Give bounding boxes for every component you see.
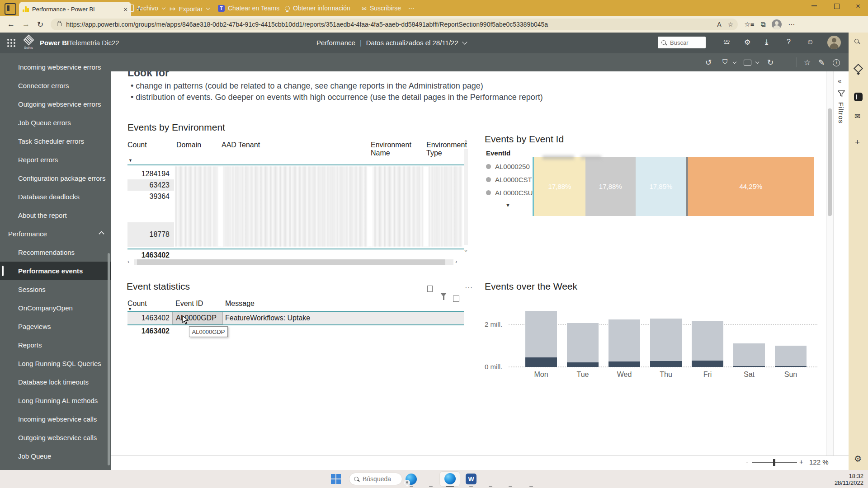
sidebar-item-about-the-report[interactable]: About the report xyxy=(0,206,111,225)
edge-sidebar-outlook-icon[interactable]: ✉ xyxy=(854,112,860,121)
sort-descending-icon[interactable]: ▼ xyxy=(128,158,132,163)
settings-gear-icon[interactable]: ⚙ xyxy=(744,38,750,47)
sidebar-item-connector-errors[interactable]: Connector errors xyxy=(0,76,111,95)
sidebar-item-job-queue[interactable]: Job Queue xyxy=(0,447,111,465)
week-bar-light-tue[interactable] xyxy=(567,323,599,362)
week-bar-dark-wed[interactable] xyxy=(609,361,640,367)
edge-sidebar-add-icon[interactable]: + xyxy=(855,137,860,147)
windows-start-icon[interactable] xyxy=(331,474,341,484)
table-row-count[interactable]: 39364 xyxy=(127,191,174,202)
week-bar-light-wed[interactable] xyxy=(609,319,640,361)
week-bar-dark-thu[interactable] xyxy=(650,361,682,367)
chevron-down-icon[interactable] xyxy=(462,39,467,44)
export-menu[interactable]: ↦ Exportar xyxy=(170,5,209,13)
horizontal-scrollbar[interactable] xyxy=(134,259,453,265)
taskbar-edge-profile-icon[interactable] xyxy=(406,474,417,485)
sidebar-item-report-errors[interactable]: Report errors xyxy=(0,150,111,169)
week-bar-dark-fri[interactable] xyxy=(692,361,723,367)
chat-in-teams-button[interactable]: T Chatear en Teams xyxy=(218,5,279,12)
report-page-scrollbar-thumb[interactable] xyxy=(828,108,832,216)
bar-segment-17-88-[interactable]: 17,88% xyxy=(534,157,585,216)
subscribe-button[interactable]: ✉ Suscribirse xyxy=(362,5,401,12)
browser-profile-avatar[interactable] xyxy=(772,19,782,29)
sidebar-item-performance-events[interactable]: Performance events xyxy=(0,262,111,280)
back-icon[interactable]: ← xyxy=(7,20,15,29)
refresh-icon[interactable]: ↻ xyxy=(37,20,43,29)
search-input[interactable] xyxy=(669,39,698,47)
filters-pane-collapsed[interactable]: « Filtros xyxy=(833,71,849,455)
sidebar-item-incoming-webservice-calls[interactable]: Incoming webservice calls xyxy=(0,410,111,428)
sidebar-item-long-running-al-methods[interactable]: Long Running AL methods xyxy=(0,391,111,410)
week-bar-dark-sat[interactable] xyxy=(733,366,765,367)
window-maximize-icon[interactable] xyxy=(834,4,840,9)
download-icon[interactable]: ⤓ xyxy=(765,38,768,46)
bar-segment-17-85-[interactable]: 17,85% xyxy=(636,157,687,216)
scroll-up-icon[interactable]: ⌃ xyxy=(463,141,468,145)
table-row[interactable]: 1463402 AL0000GDP FeatureWorkflows: Upta… xyxy=(127,312,464,324)
table-row-count[interactable]: 63423 xyxy=(127,179,174,191)
favorite-star-icon[interactable]: ☆ xyxy=(804,58,811,67)
sidebar-item-long-running-sql-queries[interactable]: Long Running SQL Queries xyxy=(0,354,111,373)
week-bar-dark-sun[interactable] xyxy=(775,366,807,367)
waffle-menu-icon[interactable] xyxy=(7,39,9,41)
scroll-left-icon[interactable]: ‹ xyxy=(127,259,129,264)
report-header-center[interactable]: Performance | Datos actualizados el 28/1… xyxy=(316,39,467,47)
column-header-aad-tenant[interactable]: AAD Tenant xyxy=(222,141,260,149)
toolbar-more-icon[interactable]: ⋯ xyxy=(408,5,415,12)
url-field[interactable]: A ☆ xyxy=(51,19,738,30)
sidebar-item-incoming-webservice-errors[interactable]: Incoming webservice errors xyxy=(0,58,111,76)
sidebar-item-recommendations[interactable]: Recommendations xyxy=(0,243,111,262)
sidebar-item-database-deadlocks[interactable]: Database deadlocks xyxy=(0,188,111,206)
column-header-event-id[interactable]: Event ID xyxy=(175,300,203,308)
week-bar-dark-mon[interactable] xyxy=(525,357,557,367)
powerbi-search-box[interactable] xyxy=(658,37,706,48)
favorite-star-icon[interactable]: ☆ xyxy=(728,21,734,28)
selected-cell-event-id[interactable]: AL0000GDP xyxy=(172,312,223,324)
table-row-count[interactable]: 18778 xyxy=(127,222,174,247)
column-header-count[interactable]: Count xyxy=(127,141,170,149)
reset-view-icon[interactable]: ↺ xyxy=(705,58,712,67)
column-header-domain[interactable]: Domain xyxy=(176,141,201,149)
edge-sidebar-office-icon[interactable] xyxy=(854,93,863,101)
vertical-scrollbar[interactable] xyxy=(464,149,468,245)
browser-tab[interactable]: Performance - Power BI × xyxy=(19,2,131,16)
legend-item-al0000250[interactable]: AL0000250 xyxy=(486,160,533,173)
taskbar-edge-active-icon[interactable] xyxy=(440,472,460,486)
sidebar-item-database-lock-timeouts[interactable]: Database lock timeouts xyxy=(0,373,111,391)
view-mode-icon[interactable] xyxy=(744,60,751,66)
browser-menu-icon[interactable]: ⋯ xyxy=(788,20,795,28)
legend-item-al0000cst[interactable]: AL0000CST xyxy=(486,173,533,186)
bar-segment-44-25-[interactable]: 44,25% xyxy=(688,157,814,216)
refresh-visuals-icon[interactable]: ↻ xyxy=(767,58,774,67)
get-insights-button[interactable]: Obtener información xyxy=(285,5,350,12)
edge-sidebar-settings-gear-icon[interactable]: ⚙ xyxy=(854,454,862,464)
column-header-message[interactable]: Message xyxy=(225,300,255,308)
bar-segment-17-88-[interactable]: 17,88% xyxy=(585,157,636,216)
sidebar-item-job-queue-errors[interactable]: Job Queue errors xyxy=(0,113,111,132)
week-bar-light-fri[interactable] xyxy=(692,321,723,361)
week-bar-light-thu[interactable] xyxy=(650,319,682,361)
sidebar-item-performance[interactable]: Performance xyxy=(0,225,111,243)
copy-icon[interactable] xyxy=(427,286,433,292)
forward-icon[interactable]: → xyxy=(22,20,30,29)
info-icon[interactable]: i xyxy=(833,59,840,66)
legend-more-icon[interactable]: ▼ xyxy=(505,202,510,208)
zoom-in-icon[interactable]: + xyxy=(799,458,803,465)
feedback-smiley-icon[interactable]: ☺ xyxy=(807,38,814,46)
zoom-slider-thumb[interactable] xyxy=(773,459,775,466)
scroll-down-icon[interactable]: ⌄ xyxy=(463,248,468,252)
file-menu[interactable]: Archivo xyxy=(128,5,165,12)
edge-sidebar-discover-icon[interactable] xyxy=(854,64,863,73)
table-row-count[interactable]: 1284194 xyxy=(127,168,174,179)
taskbar-word-icon[interactable]: W xyxy=(466,474,476,484)
expand-filters-icon[interactable]: « xyxy=(838,77,841,84)
window-minimize-icon[interactable] xyxy=(811,5,817,6)
edit-pencil-icon[interactable]: ✎ xyxy=(818,58,825,67)
taskbar-search[interactable] xyxy=(349,473,402,485)
scroll-right-icon[interactable]: › xyxy=(455,259,457,264)
tab-actions-icon[interactable] xyxy=(5,3,16,15)
window-close-icon[interactable]: × xyxy=(856,2,860,11)
horizontal-scrollbar-thumb[interactable] xyxy=(137,259,445,265)
visual-more-options-icon[interactable]: ⋯ xyxy=(465,283,472,292)
sidebar-item-configuration-package-errors[interactable]: Configuration package errors xyxy=(0,169,111,188)
